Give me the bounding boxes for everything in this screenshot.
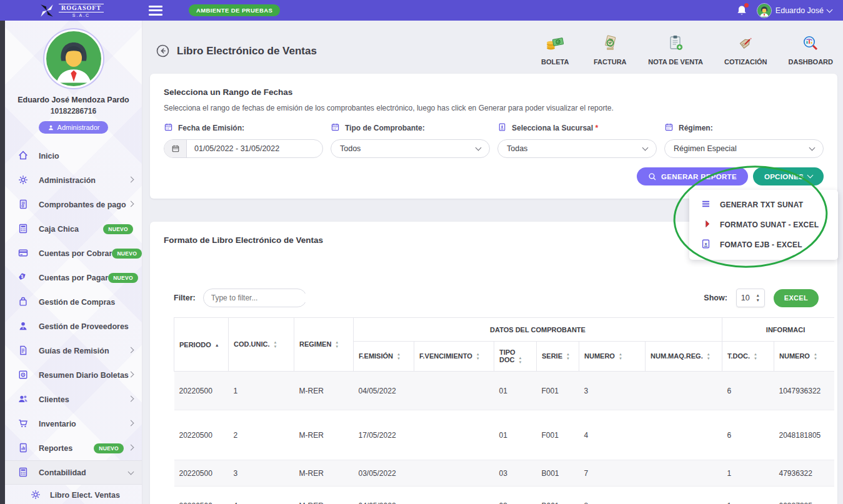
nota-icon	[666, 34, 685, 54]
table-cell: 1	[722, 460, 774, 487]
column-header[interactable]: F.EMISIÓN▲▼	[354, 342, 414, 372]
table-row[interactable]: 202205003M-RER03/05/202203B0017147936322	[174, 460, 835, 487]
filter-card-title: Selecciona un Rango de Fechas	[164, 87, 824, 97]
select-field[interactable]: Régimen Especial	[664, 139, 824, 158]
table-cell: 04/05/2022	[354, 372, 414, 410]
menu-item-formato-sunat-excel[interactable]: FORMATO SUNAT - EXCEL	[689, 215, 838, 235]
sidebar-item-cuentas-por-cobrar[interactable]: Cuentas por Cobrar NUEVO	[5, 241, 142, 265]
sidebar-item-cuentas-por-pagar[interactable]: $ Cuentas por Pagar NUEVO	[5, 265, 142, 290]
main-content: Libro Electrónico de Ventas BOLETA FACTU…	[142, 21, 843, 504]
table-cell: 17/05/2022	[354, 410, 414, 460]
cotizacion-icon	[736, 34, 755, 54]
sidebar-item-gesti-n-de-compras[interactable]: Gestión de Compras	[5, 290, 142, 314]
date-range-field	[164, 139, 323, 158]
sidebar-item-inventario[interactable]: Inventario	[5, 412, 142, 436]
select-field[interactable]: Todos	[331, 139, 490, 158]
column-header[interactable]: REGIMEN▲▼	[294, 318, 354, 372]
notifications-bell-icon[interactable]	[736, 4, 748, 17]
column-header[interactable]: PERIODO▲	[174, 318, 229, 372]
sidebar-item-clientes[interactable]: Clientes	[5, 387, 142, 412]
table-cell	[414, 410, 494, 460]
quick-action-nota-de-venta[interactable]: NOTA DE VENTA	[648, 34, 703, 66]
chevron-down-icon	[642, 145, 649, 151]
doc-icon	[17, 199, 30, 211]
select-value: Régimen Especial	[665, 144, 810, 153]
left-edge-strip	[0, 21, 5, 504]
table-row[interactable]: 202205002M-RER17/05/202201F0014620481818…	[174, 410, 835, 460]
column-header[interactable]: TIPO DOC▲▼	[494, 342, 537, 372]
sidebar-item-resumen-diario-boletas[interactable]: Resumen Diario Boletas	[5, 363, 142, 387]
sidebar-item-label: Clientes	[39, 395, 69, 404]
options-button[interactable]: OPCIONES	[753, 167, 824, 185]
column-header[interactable]: COD.UNIC.▲▼	[229, 318, 294, 372]
sort-icon: ▲▼	[754, 352, 757, 360]
menu-item-fomato-ejb-excel[interactable]: x FOMATO EJB - EXCEL	[689, 235, 838, 255]
table-scroll-area[interactable]: PERIODO▲ COD.UNIC.▲▼ REGIMEN▲▼ DATOS DEL…	[174, 317, 834, 504]
calendar-icon	[164, 122, 173, 134]
column-header[interactable]: T.DOC.▲▼	[722, 342, 774, 372]
menu-toggle-icon[interactable]	[149, 6, 162, 16]
table-filter-field	[203, 289, 307, 307]
bag-icon	[17, 296, 30, 309]
brand-name: ROGASOFT	[59, 4, 104, 12]
sort-icon: ▲▼	[707, 352, 711, 360]
column-header[interactable]: NUM.MAQ.REG.▲▼	[646, 342, 722, 372]
calendar-icon[interactable]	[164, 140, 187, 157]
sidebar-item-gu-as-de-remisi-n[interactable]: Guías de Remisión	[5, 338, 142, 363]
sidebar-item-administraci-n[interactable]: Administración	[5, 168, 142, 192]
table-cell: 2048181805	[774, 410, 834, 460]
table-cell: M-RER	[294, 372, 354, 410]
gear-icon	[30, 489, 42, 502]
table-cell: 6	[722, 372, 774, 410]
quick-action-dashboard[interactable]: DASHBOARD	[789, 34, 834, 66]
generate-report-button[interactable]: GENERAR REPORTE	[637, 167, 748, 185]
excel-export-button[interactable]: EXCEL	[774, 289, 819, 307]
chevron-right-icon	[128, 200, 134, 207]
quick-action-label: FACTURA	[594, 58, 627, 66]
sidebar-item-label: Inventario	[39, 420, 76, 428]
quick-action-factura[interactable]: FACTURA	[593, 34, 627, 66]
column-header[interactable]: SERIE▲▼	[537, 342, 579, 372]
users-icon	[17, 393, 30, 406]
filter-field-2: Selecciona la Sucursal * Todas	[497, 122, 657, 158]
gear-icon	[17, 174, 30, 187]
sidebar-item-libro-elect-ventas[interactable]: Libro Elect. Ventas	[5, 485, 142, 504]
doc2-icon	[17, 345, 30, 357]
chevron-right-icon	[128, 420, 134, 426]
table-cell: 1	[229, 372, 294, 410]
sidebar-item-gesti-n-de-proveedores[interactable]: Gestión de Proveedores	[5, 314, 142, 338]
sidebar-item-reportes[interactable]: Reportes NUEVO	[5, 436, 142, 460]
page-size-select[interactable]: 10 ▲▼	[736, 289, 765, 307]
sidebar-item-comprobantes-de-pago[interactable]: Comprobantes de pago	[5, 192, 142, 217]
sidebar-item-contabilidad[interactable]: Contabilidad	[5, 460, 142, 485]
sunat-icon	[701, 219, 711, 232]
sidebar-item-caja-chica[interactable]: Caja Chica NUEVO	[5, 217, 142, 241]
column-header[interactable]: NUMERO▲▼	[579, 342, 646, 372]
user-name: Eduardo José	[776, 6, 824, 15]
select-field[interactable]: Todas	[497, 139, 657, 158]
table-filter-label: Filter:	[174, 294, 196, 302]
menu-item-generar-txt-sunat[interactable]: GENERAR TXT SUNAT	[689, 195, 838, 215]
filter-field-3: Régimen: Régimen Especial	[664, 122, 824, 158]
svg-text:x: x	[704, 240, 707, 246]
table-row[interactable]: 202205001M-RER04/05/202201F0013610479363…	[174, 372, 835, 410]
quick-action-boleta[interactable]: BOLETA	[538, 34, 572, 66]
table-cell: 20220500	[174, 487, 229, 504]
table-filter-input[interactable]	[211, 294, 308, 302]
quick-action-cotizaci-n[interactable]: COTIZACIÓN	[724, 34, 767, 66]
chevron-right-icon	[128, 176, 134, 182]
table-row[interactable]: 202205004M-RER04/05/202203B0018100327325	[174, 487, 835, 504]
menu-icon	[701, 199, 711, 212]
column-header[interactable]: NUMERO▲▼	[774, 342, 834, 372]
sort-icon: ▲▼	[814, 352, 817, 360]
column-header[interactable]: F.VENCIMIENTO▲▼	[414, 342, 494, 372]
table-cell: 03	[494, 460, 537, 487]
table-cell	[414, 487, 494, 504]
chevron-right-icon	[128, 395, 134, 402]
table-cell: F001	[537, 372, 579, 410]
table-cell: 3	[229, 460, 294, 487]
back-button-icon[interactable]	[156, 44, 169, 57]
user-menu[interactable]: Eduardo José	[757, 3, 832, 18]
sidebar-item-inicio[interactable]: Inicio	[5, 144, 142, 168]
date-range-input[interactable]	[187, 144, 322, 153]
